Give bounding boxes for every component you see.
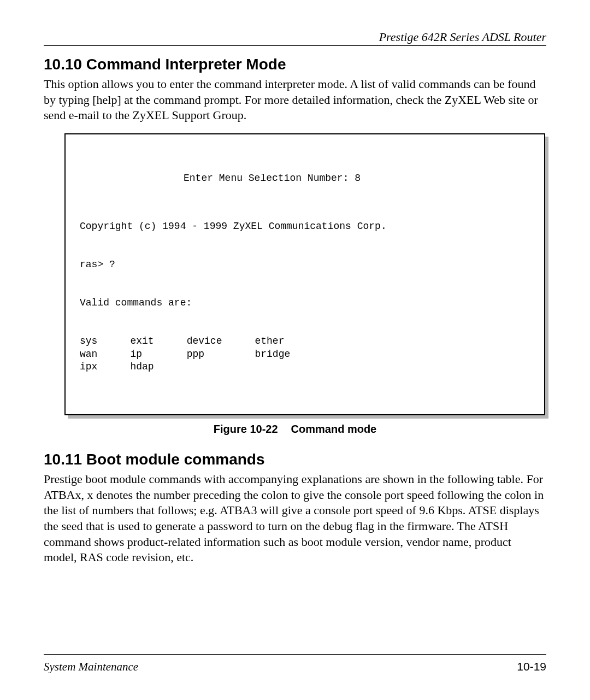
- footer-rule: [44, 654, 546, 655]
- cmd-cell: wan: [80, 348, 130, 361]
- running-head: Prestige 642R Series ADSL Router: [44, 30, 546, 44]
- terminal-figure: Enter Menu Selection Number: 8 Copyright…: [64, 133, 545, 415]
- header-rule: [44, 45, 546, 46]
- page: Prestige 642R Series ADSL Router 10.10 C…: [0, 0, 590, 700]
- cmd-cell: [187, 361, 255, 373]
- cmd-cell: [255, 361, 323, 373]
- table-row: sys exit device ether: [80, 335, 323, 348]
- cmd-cell: ppp: [187, 348, 255, 361]
- cmd-cell: bridge: [255, 348, 323, 361]
- cmd-cell: ether: [255, 335, 323, 348]
- footer-page-number: 10-19: [517, 660, 546, 674]
- terminal-command-table: sys exit device ether wan ip ppp bridge …: [80, 335, 323, 373]
- cmd-cell: device: [187, 335, 255, 348]
- figure-title: Command mode: [291, 423, 377, 435]
- section-10-11-paragraph: Prestige boot module commands with accom…: [44, 472, 546, 566]
- table-row: wan ip ppp bridge: [80, 348, 323, 361]
- terminal-box: Enter Menu Selection Number: 8 Copyright…: [64, 133, 545, 415]
- terminal-valid-label: Valid commands are:: [80, 297, 530, 309]
- cmd-cell: hdap: [130, 361, 186, 373]
- figure-caption: Figure 10-22Command mode: [44, 423, 546, 436]
- page-footer: System Maintenance 10-19: [44, 654, 546, 674]
- cmd-cell: sys: [80, 335, 130, 348]
- section-heading-10-10: 10.10 Command Interpreter Mode: [44, 56, 546, 73]
- cmd-cell: ip: [130, 348, 186, 361]
- footer-section-name: System Maintenance: [44, 660, 138, 674]
- cmd-cell: ipx: [80, 361, 130, 373]
- terminal-menu-line: Enter Menu Selection Number: 8: [80, 172, 530, 185]
- section-10-10-paragraph: This option allows you to enter the comm…: [44, 77, 546, 123]
- terminal-copyright: Copyright (c) 1994 - 1999 ZyXEL Communic…: [80, 220, 530, 233]
- terminal-prompt: ras> ?: [80, 258, 530, 271]
- cmd-cell: exit: [130, 335, 186, 348]
- section-heading-10-11: 10.11 Boot module commands: [44, 451, 546, 468]
- table-row: ipx hdap: [80, 361, 323, 373]
- figure-label: Figure 10-22: [214, 423, 278, 435]
